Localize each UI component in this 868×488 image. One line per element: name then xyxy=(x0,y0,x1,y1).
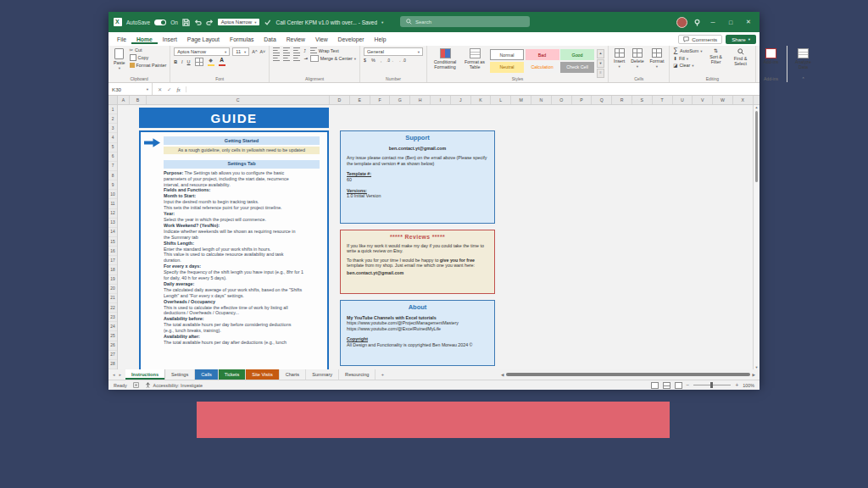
share-button[interactable]: Share ▾ xyxy=(726,35,756,44)
column-header[interactable]: V xyxy=(693,96,713,104)
ribbon-tab[interactable]: Data xyxy=(259,34,281,44)
row-header[interactable]: 15 xyxy=(108,237,117,247)
ribbon-tab[interactable]: Formulas xyxy=(225,34,259,44)
sheet-tab[interactable]: Calls xyxy=(195,369,218,380)
row-header[interactable]: 3 xyxy=(108,124,117,133)
row-header[interactable]: 19 xyxy=(108,275,117,285)
cell-style-item[interactable]: Check Cell xyxy=(560,62,594,73)
comma-button[interactable]: , xyxy=(381,58,382,63)
horizontal-scrollbar[interactable]: ◀ ▶ xyxy=(497,369,760,380)
zoom-level[interactable]: 100% xyxy=(743,383,754,388)
italic-button[interactable]: I xyxy=(181,59,183,64)
row-header[interactable]: 16 xyxy=(108,247,117,256)
font-color-icon[interactable]: A xyxy=(219,58,225,66)
borders-icon[interactable] xyxy=(195,58,203,66)
font-size-select[interactable]: 11▾ xyxy=(232,47,249,56)
font-name-select[interactable]: Aptos Narrow▾ xyxy=(174,47,230,56)
column-header[interactable]: F xyxy=(370,96,391,104)
bold-button[interactable]: B xyxy=(174,59,177,64)
gallery-down-icon[interactable]: ▼ xyxy=(597,59,604,69)
autosum-button[interactable]: ∑AutoSum▾ xyxy=(673,47,702,54)
align-bottom-icon[interactable] xyxy=(293,47,300,53)
find-select-button[interactable]: Find & Select xyxy=(730,47,752,67)
comments-button[interactable]: Comments xyxy=(678,35,722,44)
align-left-icon[interactable] xyxy=(273,55,280,61)
row-header[interactable]: 24 xyxy=(108,322,117,331)
addins-button[interactable]: Add-ins xyxy=(760,47,783,65)
ribbon-collapse-icon[interactable]: ⌃ xyxy=(787,76,820,81)
row-header[interactable]: 8 xyxy=(108,171,117,180)
column-header[interactable]: E xyxy=(350,96,370,104)
cell-style-item[interactable]: Bad xyxy=(526,49,559,60)
row-header[interactable]: 7 xyxy=(108,162,117,171)
page-break-view-icon[interactable] xyxy=(675,382,682,389)
ribbon-tab[interactable]: Help xyxy=(370,34,392,44)
horizontal-scroll-thumb[interactable] xyxy=(506,373,749,376)
row-header[interactable]: 26 xyxy=(108,341,117,351)
column-header[interactable]: K xyxy=(471,96,492,104)
row-header[interactable]: 5 xyxy=(108,143,117,152)
increase-decimal-icon[interactable]: .0→ xyxy=(387,58,393,63)
add-sheet-button[interactable]: + xyxy=(376,369,389,380)
zoom-slider[interactable] xyxy=(693,385,731,386)
row-header[interactable]: 27 xyxy=(108,351,117,360)
row-header[interactable]: 6 xyxy=(108,152,117,162)
clear-button[interactable]: ◪Clear▾ xyxy=(673,63,702,68)
user-avatar[interactable] xyxy=(676,17,687,28)
ribbon-tab[interactable]: Home xyxy=(131,34,158,44)
indent-button[interactable]: ⇥ xyxy=(303,56,308,61)
lightbulb-icon[interactable] xyxy=(693,19,701,26)
close-button[interactable]: ✕ xyxy=(743,19,754,25)
cell-style-item[interactable]: Neutral xyxy=(490,62,524,73)
row-header[interactable]: 28 xyxy=(108,360,117,369)
vertical-scrollbar[interactable]: ▲ ▼ xyxy=(753,105,760,369)
row-header[interactable]: 23 xyxy=(108,313,117,322)
cancel-entry-icon[interactable]: ✕ xyxy=(158,86,162,92)
row-header[interactable]: 25 xyxy=(108,331,117,341)
row-header[interactable]: 21 xyxy=(108,294,117,303)
ribbon-tab[interactable]: Page Layout xyxy=(182,34,225,44)
macro-record-icon[interactable] xyxy=(133,382,139,388)
cell-style-item[interactable]: Calculation xyxy=(526,62,559,73)
search-box[interactable]: Search xyxy=(400,16,530,27)
column-header[interactable]: N xyxy=(531,96,552,104)
support-email[interactable]: ben.contact.yt@gmail.com xyxy=(347,146,488,152)
shrink-font-button[interactable]: A˅ xyxy=(259,49,265,54)
format-painter-button[interactable]: Format Painter xyxy=(130,63,167,68)
column-header[interactable]: U xyxy=(673,96,693,104)
column-header[interactable]: X xyxy=(733,96,754,104)
row-header[interactable]: 22 xyxy=(108,303,117,313)
accessibility-status[interactable]: Accessibility: Investigate xyxy=(145,382,203,388)
row-header[interactable]: 18 xyxy=(108,265,117,274)
underline-button[interactable]: U xyxy=(187,59,191,64)
maximize-button[interactable]: □ xyxy=(725,19,737,25)
column-header[interactable]: T xyxy=(653,96,673,104)
youtube-url-1[interactable]: https://www.youtube.com/@ProjectManageme… xyxy=(347,320,488,326)
percent-button[interactable]: % xyxy=(371,58,376,63)
format-as-table-button[interactable]: Format as Table xyxy=(462,47,487,70)
column-header[interactable]: S xyxy=(632,96,653,104)
row-header[interactable]: 4 xyxy=(108,133,117,142)
ribbon-tab[interactable]: Developer xyxy=(333,34,370,44)
row-header[interactable]: 10 xyxy=(108,190,117,199)
undo-icon[interactable] xyxy=(194,19,202,26)
column-header[interactable]: P xyxy=(572,96,593,104)
scroll-right-icon[interactable]: ▶ xyxy=(753,373,755,377)
row-header[interactable]: 20 xyxy=(108,285,117,294)
align-top-icon[interactable] xyxy=(273,47,280,53)
scroll-left-icon[interactable]: ◀ xyxy=(501,373,504,377)
column-header[interactable]: C xyxy=(147,96,330,104)
insert-function-icon[interactable]: fx xyxy=(176,86,180,92)
cell-style-item[interactable]: Normal xyxy=(490,49,524,60)
fill-color-icon[interactable]: ◆ xyxy=(208,58,214,66)
column-header[interactable]: I xyxy=(431,96,451,104)
row-header[interactable]: 17 xyxy=(108,256,117,265)
save-icon[interactable] xyxy=(182,19,190,26)
select-all-corner[interactable] xyxy=(108,96,118,104)
format-cells-button[interactable]: Format ▾ xyxy=(648,47,666,70)
sheet-tab[interactable]: Summary xyxy=(306,369,339,380)
column-header[interactable]: A xyxy=(118,96,130,104)
sheet-tab[interactable]: Settings xyxy=(165,369,195,380)
column-header[interactable]: B xyxy=(130,96,147,104)
format-check-icon[interactable] xyxy=(264,19,271,26)
